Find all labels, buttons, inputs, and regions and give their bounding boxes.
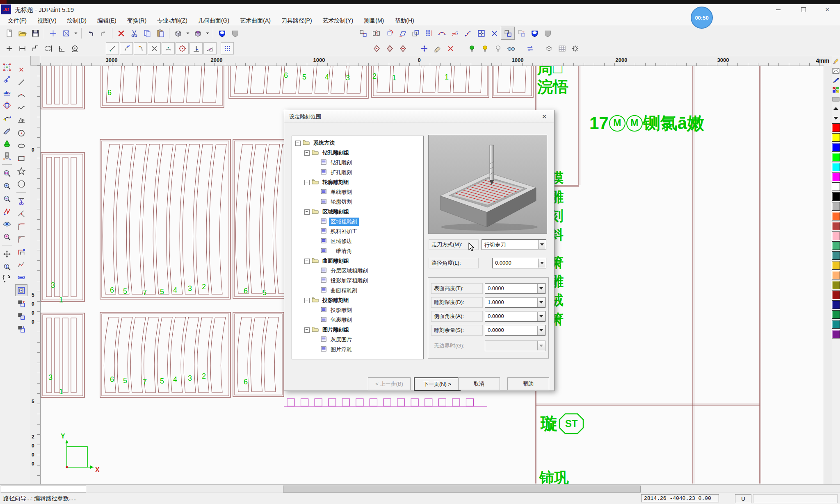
tree-item-15[interactable]: 曲面精雕刻 (292, 286, 423, 295)
arc-deform-icon[interactable] (435, 27, 448, 39)
break-tool-icon[interactable] (16, 208, 27, 219)
paste-icon[interactable] (154, 27, 167, 39)
save-icon[interactable] (29, 27, 42, 39)
tree-item-12[interactable]: 曲面雕刻组 (292, 256, 423, 266)
menu-item-4[interactable]: 变换(R) (122, 16, 152, 25)
color-swatch-20[interactable] (832, 320, 840, 329)
circle-tool-icon[interactable] (16, 127, 27, 138)
gear-icon[interactable] (568, 42, 582, 54)
tree-item-2[interactable]: 钻孔雕刻 (292, 158, 423, 168)
color-swatch-7[interactable] (832, 192, 840, 201)
maximize-button[interactable] (793, 4, 814, 15)
polyline-tool-icon[interactable] (16, 115, 27, 126)
color-swatch-0[interactable] (832, 123, 840, 132)
text-abc-icon[interactable]: abc (1, 87, 13, 98)
offset-tool-icon[interactable] (15, 284, 27, 296)
path-deform-icon[interactable] (461, 27, 475, 39)
expand-toggle-icon[interactable] (295, 141, 301, 146)
menu-item-8[interactable]: 刀具路径(P) (276, 16, 317, 25)
curve-tool-icon[interactable] (1, 112, 13, 123)
scroll-down-icon[interactable] (832, 113, 840, 123)
bool-subtract-icon[interactable] (16, 311, 27, 322)
fit-icon[interactable] (475, 27, 488, 39)
scroll-up-icon[interactable] (832, 104, 840, 113)
gray-swatch-icon[interactable] (832, 94, 840, 104)
expand-toggle-icon[interactable] (304, 327, 310, 333)
mirror-icon[interactable] (370, 27, 383, 39)
line-tool-icon[interactable] (16, 77, 27, 88)
extent-icon[interactable] (16, 42, 29, 54)
transform-rings-icon[interactable] (1, 100, 13, 111)
dropdown-caret-icon[interactable] (538, 259, 546, 268)
zoom-window-icon[interactable] (1, 168, 13, 179)
close-small-icon[interactable] (16, 64, 27, 75)
group-icon[interactable] (501, 27, 515, 40)
diamond-c-icon[interactable] (396, 42, 409, 54)
expand-toggle-icon[interactable] (304, 150, 310, 156)
shield-gray-icon[interactable] (228, 27, 242, 39)
color-swatch-8[interactable] (832, 202, 840, 211)
skew-icon[interactable] (396, 27, 409, 39)
rotate-icon[interactable] (383, 27, 396, 39)
delete-points-icon[interactable] (444, 42, 457, 54)
tree-item-13[interactable]: 分层区域粗雕刻 (292, 266, 423, 276)
expand-toggle-icon[interactable] (304, 180, 310, 185)
snap-cross-icon[interactable] (148, 42, 161, 54)
cube-wire-icon[interactable] (171, 27, 185, 39)
menu-item-5[interactable]: 专业功能(Z) (152, 16, 193, 25)
shield-blue-icon[interactable] (528, 27, 541, 39)
snap-tangent-icon[interactable] (203, 42, 217, 54)
compress-icon[interactable] (488, 27, 501, 39)
tree-item-9[interactable]: 残料补加工 (292, 227, 423, 236)
spline-tool-icon[interactable] (16, 102, 27, 113)
tree-item-20[interactable]: 灰度图片 (292, 335, 423, 345)
envelope-icon[interactable] (832, 66, 840, 75)
menu-item-6[interactable]: 几何曲面(G) (193, 16, 235, 25)
scale-icon[interactable] (409, 27, 422, 39)
knife-tool-icon[interactable] (1, 125, 13, 136)
dropdown-caret-icon[interactable] (538, 240, 546, 249)
copy-offset-icon[interactable] (356, 27, 370, 39)
glasses-icon[interactable] (504, 42, 518, 54)
scrollbar-thumb[interactable] (283, 486, 641, 493)
cancel-button[interactable]: 取消 (458, 377, 500, 390)
surface-height-input[interactable]: 0.0000 (485, 283, 546, 294)
menu-item-11[interactable]: 帮助(H) (389, 16, 419, 25)
method-tree[interactable]: 系统方法钻孔雕刻组钻孔雕刻扩孔雕刻轮廓雕刻组单线雕刻轮廓切割区域雕刻组区域粗雕刻… (292, 136, 424, 359)
tree-item-21[interactable]: 图片浮雕 (292, 345, 423, 354)
unit-button[interactable]: U (735, 494, 751, 503)
ungroup-icon[interactable] (515, 27, 528, 39)
dialog-close-icon[interactable]: × (539, 111, 550, 122)
color-swatch-14[interactable] (832, 261, 840, 270)
tree-item-5[interactable]: 单线雕刻 (292, 187, 423, 197)
caret-down-icon[interactable] (73, 27, 79, 39)
move-points-icon[interactable] (418, 42, 431, 54)
side-angle-input[interactable]: 0.0000 (485, 311, 546, 322)
tree-item-18[interactable]: 包裹雕刻 (292, 315, 423, 325)
solid-3d-icon[interactable] (1, 138, 13, 149)
dropdown-caret-icon[interactable] (537, 326, 545, 335)
snap-quad-icon[interactable] (176, 42, 189, 54)
tree-item-7[interactable]: 区域雕刻组 (292, 207, 423, 217)
color-swatch-1[interactable] (832, 133, 840, 142)
color-swatch-4[interactable] (832, 163, 840, 171)
expand-toggle-icon[interactable] (304, 298, 310, 303)
color-swatch-15[interactable] (832, 271, 840, 279)
color-swatch-10[interactable] (832, 222, 840, 230)
snap-arc-icon[interactable] (162, 42, 175, 54)
new-file-icon[interactable] (2, 27, 16, 39)
menu-item-1[interactable]: 视图(V) (32, 16, 62, 25)
node-edit-icon[interactable] (1, 74, 13, 85)
diamond-b-icon[interactable] (383, 42, 396, 54)
snap-grid-icon[interactable] (221, 42, 234, 54)
redo-icon[interactable] (97, 27, 110, 39)
dropdown-caret-icon[interactable] (537, 312, 545, 321)
tree-item-11[interactable]: 三维清角 (292, 246, 423, 256)
corner-tool-icon[interactable] (16, 246, 27, 257)
snap-corner-icon[interactable] (134, 42, 147, 54)
dropdown-caret-icon[interactable] (537, 284, 545, 293)
fillet-tool-icon[interactable] (16, 221, 27, 232)
bool-union-icon[interactable] (16, 298, 27, 309)
help-button[interactable]: 帮助 (507, 377, 549, 390)
bulb-dim-icon[interactable] (491, 42, 504, 54)
